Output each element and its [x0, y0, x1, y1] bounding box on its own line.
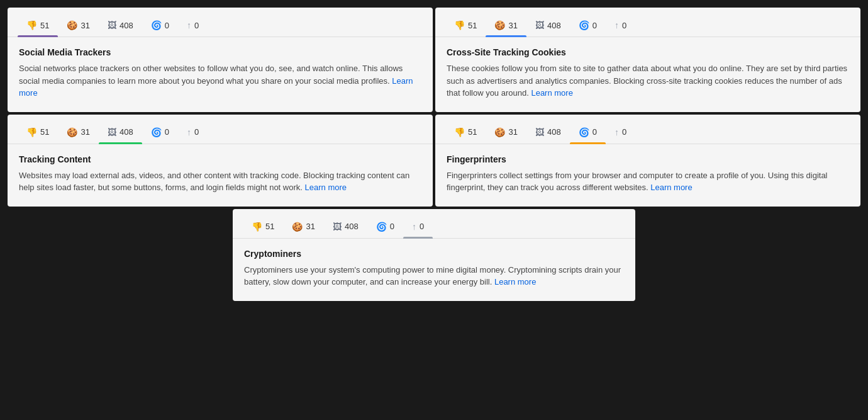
tabs-cross-site-tracking: 👎51🍪31🖼408🌀0↑0 [435, 8, 860, 37]
tab-count-cookie-social-media-trackers: 31 [81, 21, 89, 30]
tab-cookie-cryptominers[interactable]: 🍪31 [283, 217, 323, 238]
tabs-cryptominers: 👎51🍪31🖼408🌀0↑0 [233, 209, 635, 239]
image-icon: 🖼 [108, 20, 116, 30]
tab-thumb-cryptominers[interactable]: 👎51 [243, 217, 283, 238]
tab-count-image-social-media-trackers: 408 [120, 21, 133, 30]
tab-image-cross-site-tracking[interactable]: 🖼408 [526, 15, 570, 37]
fingerprint-icon: 🌀 [151, 127, 162, 137]
cookie-icon: 🍪 [494, 127, 505, 137]
tabs-fingerprinters: 👎51🍪31🖼408🌀0↑0 [435, 115, 860, 144]
tab-thumb-fingerprinters[interactable]: 👎51 [445, 122, 486, 144]
tab-count-arrow-fingerprinters: 0 [622, 127, 626, 137]
learn-more-link-social-media-trackers[interactable]: Learn more [19, 76, 413, 98]
tab-count-thumb-cross-site-tracking: 51 [468, 21, 477, 30]
card-desc-fingerprinters: Fingerprinters collect settings from you… [447, 169, 849, 194]
tab-count-fingerprint-social-media-trackers: 0 [165, 21, 169, 30]
learn-more-link-cross-site-tracking[interactable]: Learn more [531, 88, 572, 98]
tab-image-cryptominers[interactable]: 🖼408 [324, 217, 367, 238]
cookie-icon: 🍪 [292, 222, 303, 232]
fingerprint-icon: 🌀 [579, 127, 589, 137]
tab-count-thumb-tracking-content: 51 [40, 127, 49, 137]
tab-count-thumb-cryptominers: 51 [265, 222, 274, 231]
tab-count-image-tracking-content: 408 [120, 127, 133, 137]
arrow-icon: ↑ [412, 222, 416, 232]
thumb-icon: 👎 [252, 222, 262, 232]
tab-count-arrow-tracking-content: 0 [194, 127, 199, 137]
learn-more-link-fingerprinters[interactable]: Learn more [650, 183, 692, 192]
card-desc-social-media-trackers: Social networks place trackers on other … [19, 62, 421, 99]
tab-count-fingerprint-cross-site-tracking: 0 [593, 21, 597, 30]
tab-image-tracking-content[interactable]: 🖼408 [99, 122, 142, 144]
card-body-cross-site-tracking: Cross-Site Tracking CookiesThese cookies… [435, 37, 860, 112]
tab-count-arrow-cryptominers: 0 [420, 222, 424, 231]
tab-count-image-fingerprinters: 408 [547, 127, 561, 137]
image-icon: 🖼 [535, 127, 544, 137]
learn-more-link-tracking-content[interactable]: Learn more [305, 183, 347, 192]
cookie-icon: 🍪 [494, 20, 505, 30]
tab-image-social-media-trackers[interactable]: 🖼408 [99, 15, 142, 37]
tab-cookie-tracking-content[interactable]: 🍪31 [58, 122, 98, 144]
tabs-tracking-content: 👎51🍪31🖼408🌀0↑0 [8, 115, 433, 144]
thumb-icon: 👎 [454, 127, 465, 137]
tab-count-cookie-cross-site-tracking: 31 [508, 21, 517, 30]
image-icon: 🖼 [333, 222, 342, 232]
image-icon: 🖼 [535, 20, 544, 30]
tabs-social-media-trackers: 👎51🍪31🖼408🌀0↑0 [8, 8, 433, 37]
tab-cookie-cross-site-tracking[interactable]: 🍪31 [486, 15, 526, 37]
tab-fingerprint-fingerprinters[interactable]: 🌀0 [570, 122, 606, 144]
card-body-tracking-content: Tracking ContentWebsites may load extern… [8, 144, 433, 207]
thumb-icon: 👎 [26, 127, 37, 137]
main-grid: 👎51🍪31🖼408🌀0↑0Social Media TrackersSocia… [8, 8, 860, 301]
tab-fingerprint-tracking-content[interactable]: 🌀0 [142, 122, 178, 144]
card-social-media-trackers: 👎51🍪31🖼408🌀0↑0Social Media TrackersSocia… [8, 8, 433, 112]
tab-count-fingerprint-cryptominers: 0 [390, 222, 394, 231]
fingerprint-icon: 🌀 [151, 20, 162, 30]
tab-arrow-social-media-trackers[interactable]: ↑0 [178, 15, 208, 37]
card-title-social-media-trackers: Social Media Trackers [19, 47, 421, 57]
tab-arrow-fingerprinters[interactable]: ↑0 [606, 122, 635, 144]
arrow-icon: ↑ [187, 20, 191, 30]
thumb-icon: 👎 [454, 20, 465, 30]
card-desc-cryptominers: Cryptominers use your system's computing… [244, 264, 624, 288]
arrow-icon: ↑ [187, 127, 191, 137]
card-title-tracking-content: Tracking Content [19, 154, 421, 164]
tab-count-arrow-cross-site-tracking: 0 [622, 21, 626, 30]
tab-cookie-fingerprinters[interactable]: 🍪31 [486, 122, 526, 144]
card-title-cryptominers: Cryptominers [244, 249, 624, 259]
card-fingerprinters: 👎51🍪31🖼408🌀0↑0FingerprintersFingerprinte… [435, 115, 860, 207]
tab-arrow-tracking-content[interactable]: ↑0 [178, 122, 208, 144]
tab-fingerprint-social-media-trackers[interactable]: 🌀0 [142, 15, 178, 37]
tab-count-image-cryptominers: 408 [345, 222, 359, 231]
tab-arrow-cross-site-tracking[interactable]: ↑0 [606, 15, 635, 37]
tab-thumb-social-media-trackers[interactable]: 👎51 [18, 15, 58, 37]
tab-thumb-tracking-content[interactable]: 👎51 [18, 122, 58, 144]
tab-thumb-cross-site-tracking[interactable]: 👎51 [445, 15, 486, 37]
learn-more-link-cryptominers[interactable]: Learn more [494, 277, 536, 287]
tab-fingerprint-cross-site-tracking[interactable]: 🌀0 [570, 15, 606, 37]
card-body-social-media-trackers: Social Media TrackersSocial networks pla… [8, 37, 433, 112]
tab-count-arrow-social-media-trackers: 0 [194, 21, 199, 30]
card-desc-tracking-content: Websites may load external ads, videos, … [19, 169, 421, 194]
arrow-icon: ↑ [615, 127, 619, 137]
card-cross-site-tracking: 👎51🍪31🖼408🌀0↑0Cross-Site Tracking Cookie… [435, 8, 860, 112]
cookie-icon: 🍪 [67, 20, 77, 30]
cookie-icon: 🍪 [67, 127, 77, 137]
card-body-fingerprinters: FingerprintersFingerprinters collect set… [435, 144, 860, 207]
fingerprint-icon: 🌀 [579, 20, 589, 30]
tab-count-cookie-tracking-content: 31 [81, 127, 89, 137]
tab-count-cookie-cryptominers: 31 [306, 222, 314, 231]
image-icon: 🖼 [108, 127, 116, 137]
tab-arrow-cryptominers[interactable]: ↑0 [403, 217, 433, 238]
tab-cookie-social-media-trackers[interactable]: 🍪31 [58, 15, 98, 37]
fingerprint-icon: 🌀 [376, 222, 387, 232]
tab-count-cookie-fingerprinters: 31 [508, 127, 517, 137]
arrow-icon: ↑ [615, 20, 619, 30]
card-cryptominers: 👎51🍪31🖼408🌀0↑0CryptominersCryptominers u… [233, 209, 635, 301]
tab-count-thumb-fingerprinters: 51 [468, 127, 477, 137]
card-body-cryptominers: CryptominersCryptominers use your system… [233, 239, 635, 301]
tab-image-fingerprinters[interactable]: 🖼408 [526, 122, 570, 144]
card-title-cross-site-tracking: Cross-Site Tracking Cookies [447, 47, 849, 57]
tab-count-fingerprint-fingerprinters: 0 [593, 127, 597, 137]
card-tracking-content: 👎51🍪31🖼408🌀0↑0Tracking ContentWebsites m… [8, 115, 433, 207]
tab-fingerprint-cryptominers[interactable]: 🌀0 [367, 217, 403, 238]
